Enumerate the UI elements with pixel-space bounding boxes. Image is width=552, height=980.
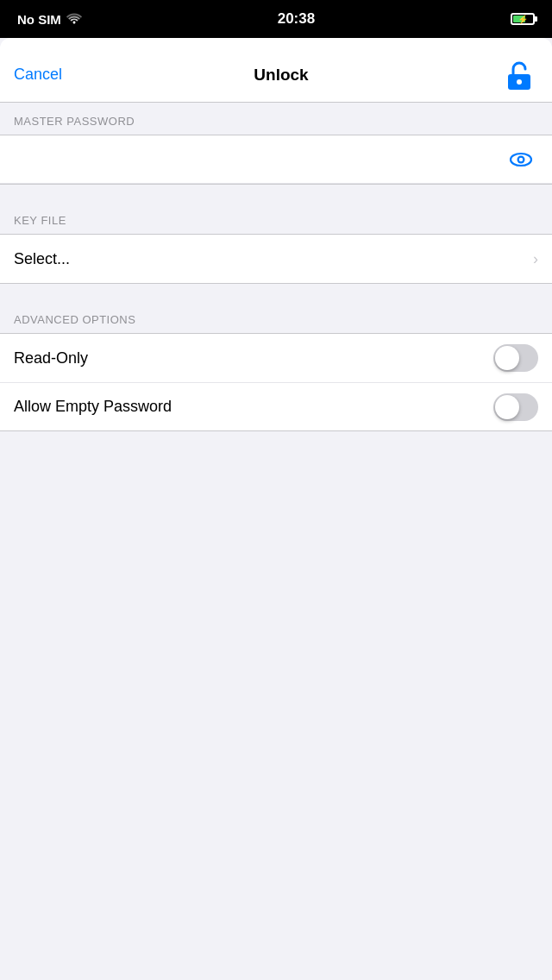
key-file-select-label: Select... (14, 250, 70, 268)
master-password-input[interactable] (14, 151, 504, 168)
cancel-button[interactable]: Cancel (14, 59, 62, 91)
lock-open-icon (500, 56, 538, 94)
allow-empty-password-toggle[interactable] (493, 393, 538, 421)
advanced-options-section-header: ADVANCED OPTIONS (0, 301, 552, 333)
spacer-2 (0, 284, 552, 301)
allow-empty-password-row: Allow Empty Password (0, 382, 552, 430)
read-only-toggle-thumb (495, 346, 519, 370)
svg-point-4 (519, 157, 523, 160)
read-only-row: Read-Only (0, 334, 552, 382)
status-carrier: No SIM (17, 12, 82, 27)
key-file-card: Select... › (0, 234, 552, 284)
navigation-bar: Cancel Unlock (0, 47, 552, 103)
eye-icon (507, 146, 535, 173)
status-bar: No SIM 20:38 ⚡ (0, 0, 552, 38)
battery-icon: ⚡ (511, 13, 535, 25)
allow-empty-password-toggle-thumb (495, 395, 519, 419)
toggle-password-visibility-button[interactable] (504, 142, 538, 177)
spacer-1 (0, 185, 552, 202)
allow-empty-password-label: Allow Empty Password (14, 398, 172, 416)
charging-bolt-icon: ⚡ (518, 15, 528, 24)
key-file-section-header: KEY FILE (0, 202, 552, 234)
status-battery: ⚡ (511, 13, 535, 25)
page-title: Unlock (254, 66, 308, 85)
chevron-right-icon: › (533, 250, 538, 268)
advanced-options-card: Read-Only Allow Empty Password (0, 333, 552, 431)
carrier-text: No SIM (17, 12, 61, 27)
wifi-icon (66, 12, 82, 27)
svg-point-1 (517, 79, 522, 85)
master-password-section-header: MASTER PASSWORD (0, 103, 552, 135)
key-file-select-row[interactable]: Select... › (0, 235, 552, 283)
read-only-toggle[interactable] (493, 344, 538, 372)
read-only-label: Read-Only (14, 349, 88, 368)
bottom-area (0, 431, 552, 690)
password-row (0, 135, 552, 184)
status-time: 20:38 (278, 10, 315, 28)
master-password-card (0, 135, 552, 185)
